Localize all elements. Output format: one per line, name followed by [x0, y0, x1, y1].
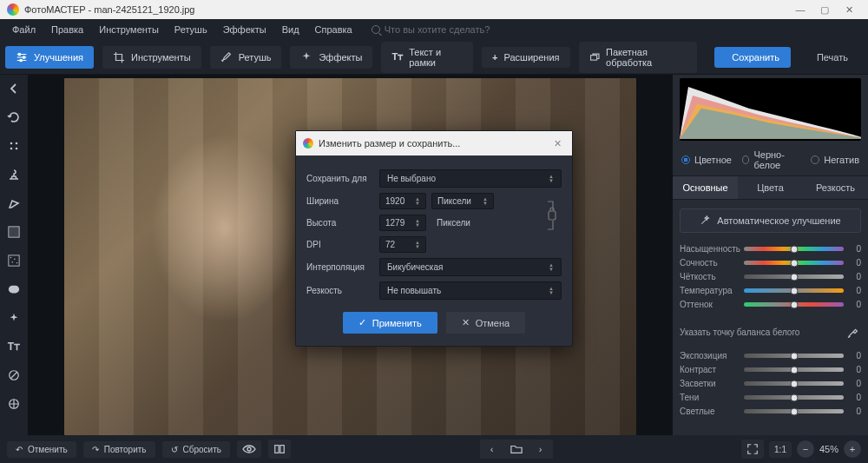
slider-thumb[interactable]: [790, 380, 798, 387]
tab-enhance[interactable]: Улучшения: [5, 46, 94, 69]
select-sharp[interactable]: Не повышать▲▼: [379, 281, 562, 300]
plus-icon: +: [492, 52, 497, 63]
slider-track[interactable]: [744, 247, 844, 251]
ratio-button[interactable]: 1:1: [769, 441, 792, 458]
zoom-in-button[interactable]: +: [844, 440, 861, 458]
slider-value: 0: [849, 286, 861, 295]
slider-label: Сочность: [680, 258, 739, 268]
next-image-button[interactable]: ›: [529, 440, 553, 459]
slider-track[interactable]: [744, 288, 844, 293]
back-arrow-icon[interactable]: [5, 80, 23, 97]
target-icon[interactable]: [5, 395, 23, 413]
slider-track[interactable]: [744, 302, 844, 307]
menu-retouch[interactable]: Ретушь: [168, 22, 214, 37]
slider-thumb[interactable]: [790, 394, 798, 401]
radio-neg[interactable]: Негатив: [811, 155, 859, 165]
menu-help[interactable]: Справка: [308, 22, 359, 37]
file-nav: ‹ ›: [480, 440, 553, 459]
cancel-button[interactable]: ✕Отмена: [446, 312, 525, 334]
subtab-basic[interactable]: Основные: [673, 176, 738, 199]
slider-value: 0: [849, 365, 861, 374]
tab-effects[interactable]: Эффекты: [290, 46, 372, 69]
svg-point-16: [12, 261, 13, 262]
lock-aspect-button[interactable]: [542, 196, 562, 235]
slider-thumb[interactable]: [790, 301, 798, 308]
subtab-sharp[interactable]: Резкость: [803, 176, 868, 199]
command-search[interactable]: Что вы хотите сделать?: [372, 24, 490, 35]
svg-point-1: [23, 56, 24, 57]
subtab-colors[interactable]: Цвета: [738, 176, 803, 199]
slider-thumb[interactable]: [790, 245, 798, 253]
slider-track[interactable]: [744, 367, 844, 372]
right-panel: Цветное Черно-белое Негатив Основные Цве…: [673, 75, 868, 435]
dialog-titlebar[interactable]: Изменить размер и сохранить... ✕: [296, 131, 572, 155]
vignette-icon[interactable]: [5, 281, 23, 298]
compare-button[interactable]: [268, 440, 291, 459]
slider-track[interactable]: [744, 409, 844, 413]
minimize-button[interactable]: —: [788, 0, 812, 19]
rotate-icon[interactable]: [5, 109, 23, 126]
redo-button[interactable]: ↷Повторить: [83, 441, 155, 458]
white-balance-row: Указать точку баланса белого: [673, 319, 868, 345]
radio-bw[interactable]: Черно-белое: [742, 149, 800, 170]
reset-button[interactable]: ↺Сбросить: [162, 441, 230, 458]
slider-track[interactable]: [744, 381, 844, 386]
undo-button[interactable]: ↶Отменить: [7, 441, 76, 458]
tab-extensions[interactable]: + Расширения: [482, 47, 569, 68]
select-interp[interactable]: Бикубическая▲▼: [379, 258, 562, 276]
input-height[interactable]: 1279▲▼: [379, 215, 426, 231]
menu-tools[interactable]: Инструменты: [92, 22, 166, 37]
close-button[interactable]: ✕: [837, 0, 861, 19]
tab-batch[interactable]: Пакетная обработка: [579, 42, 698, 73]
curves-icon[interactable]: [5, 367, 23, 384]
slider-label: Чёткость: [680, 272, 739, 281]
slider-row: Оттенок 0: [680, 300, 861, 309]
fit-button[interactable]: [741, 440, 764, 459]
menu-file[interactable]: Файл: [5, 22, 43, 37]
tab-retouch[interactable]: Ретушь: [210, 46, 282, 69]
maximize-button[interactable]: ▢: [812, 0, 837, 19]
slider-thumb[interactable]: [790, 407, 798, 415]
select-width-unit[interactable]: Пиксели▲▼: [431, 193, 494, 209]
tab-tools[interactable]: Инструменты: [102, 46, 201, 69]
tab-text[interactable]: Tᴛ Текст и рамки: [381, 42, 473, 73]
slider-thumb[interactable]: [790, 259, 798, 267]
slider-thumb[interactable]: [790, 287, 798, 294]
gradient-icon[interactable]: [5, 223, 23, 241]
apply-button[interactable]: ✓Применить: [343, 312, 437, 334]
heal-icon[interactable]: [5, 137, 23, 155]
slider-track[interactable]: [744, 395, 844, 400]
zoom-out-button[interactable]: −: [797, 440, 814, 458]
slider-track[interactable]: [744, 354, 844, 358]
noise-icon[interactable]: [5, 252, 23, 269]
slider-thumb[interactable]: [790, 352, 798, 360]
x-icon: ✕: [462, 317, 470, 328]
input-dpi[interactable]: 72▲▼: [379, 236, 426, 253]
input-width[interactable]: 1920▲▼: [379, 193, 426, 209]
open-folder-button[interactable]: [504, 440, 529, 459]
histogram[interactable]: [680, 78, 861, 141]
slider-track[interactable]: [744, 274, 844, 279]
save-button[interactable]: Сохранить: [714, 47, 791, 68]
bottom-bar: ↶Отменить ↷Повторить ↺Сбросить ‹ › 1:1 −…: [0, 435, 868, 463]
slider-thumb[interactable]: [790, 273, 798, 281]
tabbar: Улучшения Инструменты Ретушь Эффекты Tᴛ …: [0, 40, 868, 75]
slider-thumb[interactable]: [790, 366, 798, 374]
eyedropper-button[interactable]: [845, 324, 861, 340]
slider-label: Насыщенность: [680, 244, 739, 254]
eye-button[interactable]: [237, 440, 261, 458]
radio-color[interactable]: Цветное: [681, 155, 732, 165]
stamp-icon[interactable]: [5, 166, 23, 183]
select-savefor[interactable]: Не выбрано▲▼: [379, 169, 562, 188]
auto-enhance-button[interactable]: Автоматическое улучшение: [680, 208, 861, 233]
slider-track[interactable]: [744, 261, 844, 265]
menu-edit[interactable]: Правка: [44, 22, 90, 37]
paint-icon[interactable]: [5, 195, 23, 212]
star-tool-icon[interactable]: [5, 309, 23, 327]
text-tool-icon[interactable]: Tᴛ: [5, 338, 23, 355]
print-button[interactable]: Печать: [799, 47, 859, 68]
dialog-close-button[interactable]: ✕: [550, 138, 565, 149]
menu-effects[interactable]: Эффекты: [216, 22, 273, 37]
menu-view[interactable]: Вид: [275, 22, 306, 37]
prev-image-button[interactable]: ‹: [480, 440, 504, 459]
